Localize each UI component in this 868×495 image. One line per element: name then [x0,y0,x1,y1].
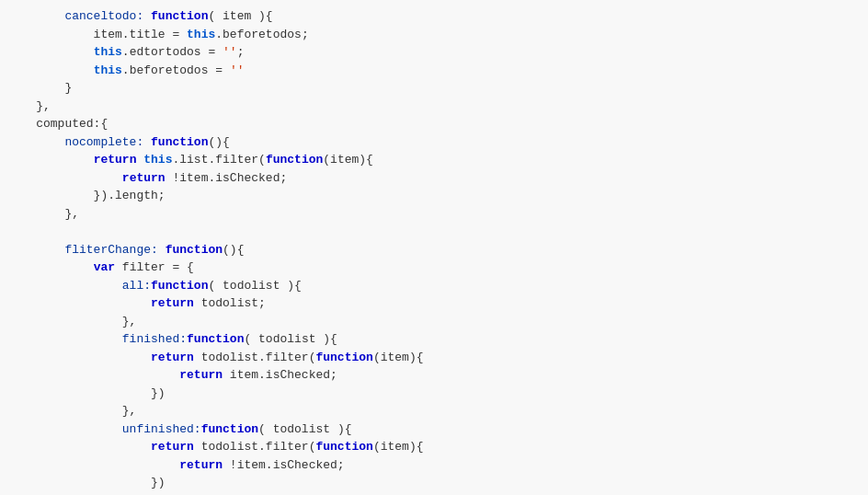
code-line: all:function( todolist ){ [0,277,868,295]
code-line [0,223,868,241]
code-line: } [0,79,868,98]
code-line: }, [0,402,868,420]
code-line: }).length; [0,187,868,205]
code-line: }) [0,474,868,492]
code-line: } [0,492,868,496]
code-line: return todolist; [0,294,868,313]
code-line: }) [0,385,868,403]
code-line: item.title = this.beforetodos; [0,26,868,44]
code-line: return todolist.filter(function(item){ [0,349,868,367]
code-line: finished:function( todolist ){ [0,330,868,349]
code-line: }, [0,98,868,116]
code-line: canceltodo: function( item ){ [0,7,868,26]
code-line: this.edtortodos = ''; [0,43,868,62]
code-line: computed:{ [0,115,868,133]
code-editor: canceltodo: function( item ){ item.title… [0,0,868,495]
code-line: }, [0,205,868,224]
code-line: return !item.isChecked; [0,169,868,188]
code-content: canceltodo: function( item ){ item.title… [0,7,868,495]
code-line: this.beforetodos = '' [0,62,868,80]
code-line: return item.isChecked; [0,366,868,385]
code-line: fliterChange: function(){ [0,241,868,259]
code-line: }, [0,313,868,331]
code-line: var filter = { [0,259,868,277]
code-line: unfinished:function( todolist ){ [0,420,868,439]
code-line: return this.list.filter(function(item){ [0,151,868,169]
code-line: nocomplete: function(){ [0,133,868,152]
code-line: return !item.isChecked; [0,456,868,475]
code-line: return todolist.filter(function(item){ [0,438,868,456]
